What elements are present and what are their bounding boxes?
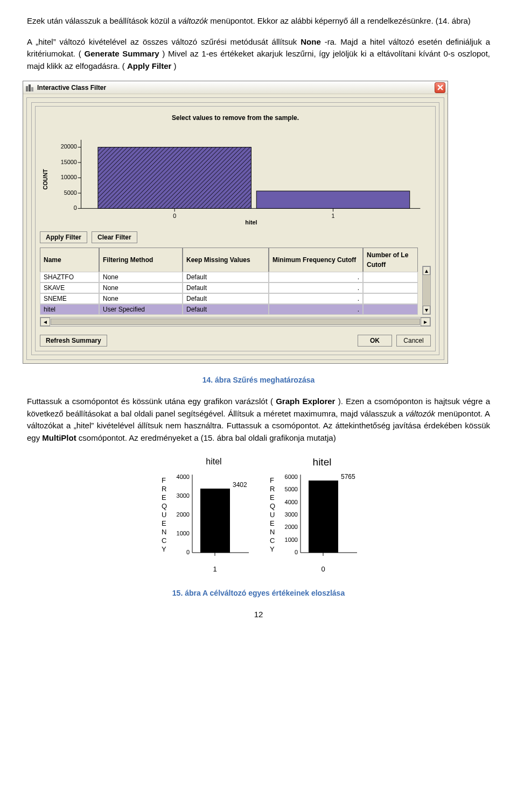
svg-text:20000: 20000 [61, 144, 77, 150]
scroll-right-icon[interactable]: ▸ [421, 317, 430, 326]
svg-text:2000: 2000 [285, 524, 298, 530]
svg-text:Y: Y [270, 545, 275, 553]
mini-title: hitel [313, 456, 332, 468]
col-name[interactable]: Name [40, 248, 99, 272]
table-row[interactable]: SNEME None Default . [40, 293, 418, 304]
chart-title: Select values to remove from the sample. [40, 113, 431, 123]
bar-0[interactable] [98, 147, 251, 209]
text: csomópontot. Az eredményeket a (15. ábra… [79, 433, 336, 442]
svg-text:0: 0 [295, 549, 298, 555]
svg-text:N: N [162, 528, 166, 536]
paragraph-2: A „hitel” változó kivételével az összes … [27, 36, 490, 73]
svg-text:F: F [270, 476, 274, 484]
table-row[interactable]: SHAZTFO None Default . [40, 272, 418, 283]
horizontal-scrollbar[interactable]: ◂ ▸ [40, 317, 431, 327]
close-icon [437, 84, 443, 90]
svg-text:E: E [270, 519, 275, 527]
text-italic: változók [178, 16, 208, 25]
mini-bar [309, 481, 338, 553]
chart-area: Select values to remove from the sample.… [36, 107, 435, 228]
figure-14-caption: 14. ábra Szűrés meghatározása [27, 375, 490, 386]
svg-text:1000: 1000 [177, 530, 190, 536]
svg-text:E: E [162, 493, 166, 502]
text: ) [174, 61, 177, 70]
text-bold: Generate Summary [84, 49, 159, 58]
svg-text:R: R [162, 485, 166, 493]
window-titlebar[interactable]: Interactive Class Filter [23, 81, 448, 94]
svg-text:C: C [162, 536, 166, 545]
text-bold: None [301, 37, 321, 46]
window-title: Interactive Class Filter [37, 83, 435, 93]
paragraph-3: Futtassuk a csomópontot és kössünk utána… [27, 396, 490, 444]
table-header: Name Filtering Method Keep Missing Value… [36, 248, 422, 272]
svg-text:F: F [162, 476, 166, 484]
x-tick-0: 0 [173, 213, 176, 219]
filter-bar-chart[interactable]: COUNT 0 5000 10000 15000 20000 [40, 127, 431, 227]
clear-filter-button[interactable]: Clear Filter [92, 231, 137, 243]
mini-yticks: 0 1000 2000 3000 4000 [177, 474, 190, 555]
svg-text:N: N [270, 528, 275, 536]
bar-1[interactable] [256, 191, 410, 208]
svg-text:10000: 10000 [61, 174, 77, 180]
text-bold: MultiPlot [42, 433, 76, 442]
cancel-button[interactable]: Cancel [396, 335, 431, 347]
mini-chart-right: hitel FRE QUE NCY 0 1000 2000 3000 4000 … [260, 456, 365, 577]
scroll-up-icon[interactable]: ▴ [423, 266, 430, 275]
text: menüpontot. Ekkor az alábbi képernyő áll… [210, 16, 471, 25]
table-row[interactable]: SKAVE None Default . [40, 283, 418, 293]
svg-text:R: R [270, 485, 275, 493]
svg-text:0: 0 [186, 549, 190, 555]
figure-15-charts: hitel FRE QUE NCY 0 1000 2000 3000 4000 … [27, 456, 490, 577]
svg-text:5000: 5000 [285, 486, 298, 492]
table-row-selected[interactable]: hitel User Specified Default . [40, 304, 418, 315]
svg-text:Q: Q [162, 502, 167, 510]
mini-bar-label: 5765 [341, 473, 355, 481]
svg-text:1000: 1000 [285, 536, 298, 543]
refresh-summary-button[interactable]: Refresh Summary [40, 335, 107, 347]
text-italic: változók [406, 409, 435, 418]
svg-text:3000: 3000 [285, 511, 298, 518]
text: Ezek után válasszuk a beállítások közül … [27, 16, 178, 25]
svg-rect-2 [31, 87, 33, 91]
svg-text:Y: Y [162, 545, 166, 553]
mini-chart-left: hitel FRE QUE NCY 0 1000 2000 3000 4000 … [152, 456, 257, 577]
vertical-scrollbar[interactable]: ▴ ▾ [422, 266, 431, 315]
scroll-left-icon[interactable]: ◂ [40, 317, 50, 326]
interactive-class-filter-dialog: Interactive Class Filter Select values t… [23, 81, 448, 364]
paragraph-1: Ezek után válasszuk a beállítások közül … [27, 15, 490, 27]
col-filtering[interactable]: Filtering Method [99, 248, 183, 272]
svg-text:U: U [270, 511, 275, 519]
text-bold: Apply Filter [127, 61, 172, 70]
mini-ylabel: FRE QUE NCY [270, 476, 275, 553]
scroll-thumb[interactable] [51, 319, 420, 325]
col-numle[interactable]: Number of Le Cutoff [363, 248, 418, 272]
mini-title: hitel [206, 457, 221, 466]
mini-xtick: 1 [213, 565, 216, 573]
apply-filter-button[interactable]: Apply Filter [40, 231, 87, 243]
page-number: 12 [27, 609, 490, 621]
svg-text:5000: 5000 [64, 189, 77, 196]
close-button[interactable] [435, 82, 445, 93]
figure-15-caption: 15. ábra A célváltozó egyes értékeinek e… [27, 588, 490, 599]
svg-text:15000: 15000 [61, 159, 77, 165]
x-tick-1: 1 [332, 213, 335, 219]
svg-text:4000: 4000 [177, 474, 190, 480]
svg-text:Q: Q [270, 502, 275, 510]
svg-text:E: E [270, 493, 275, 502]
y-ticks: 0 5000 10000 15000 20000 [61, 144, 81, 211]
text-bold: Graph Explorer [276, 397, 335, 406]
col-minfreq[interactable]: Minimum Frequency Cutoff [269, 248, 363, 272]
bottom-button-row: Refresh Summary OK Cancel [36, 331, 435, 351]
col-keepmissing[interactable]: Keep Missing Values [183, 248, 269, 272]
ok-button[interactable]: OK [358, 335, 392, 347]
mini-xtick: 0 [321, 565, 325, 573]
scroll-track[interactable] [423, 275, 430, 306]
svg-text:C: C [270, 536, 275, 545]
svg-text:6000: 6000 [285, 474, 298, 480]
mini-bar-label: 3402 [233, 481, 247, 489]
mini-yticks: 0 1000 2000 3000 4000 5000 6000 [285, 474, 298, 555]
app-icon [25, 83, 34, 92]
svg-text:0: 0 [74, 204, 77, 211]
svg-text:U: U [162, 511, 166, 519]
scroll-down-icon[interactable]: ▾ [423, 306, 430, 314]
